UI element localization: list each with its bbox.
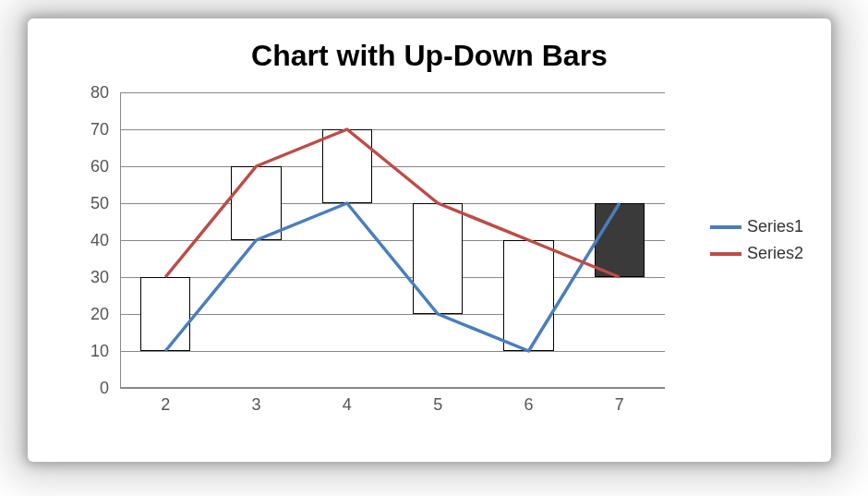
- y-tick-label: 70: [72, 120, 109, 139]
- y-tick-label: 60: [72, 157, 109, 176]
- line-layer: [120, 92, 665, 388]
- y-tick-label: 80: [72, 83, 109, 103]
- y-tick-label: 0: [72, 379, 109, 398]
- y-tick-label: 10: [72, 342, 109, 361]
- legend-item-series1: Series1: [710, 217, 803, 236]
- legend-label-series2: Series2: [747, 244, 803, 263]
- y-tick-label: 40: [72, 231, 109, 250]
- line-series-2: [165, 129, 620, 277]
- x-tick-label: 6: [501, 395, 557, 415]
- x-tick-label: 2: [138, 395, 193, 415]
- plot-area: 01020304050607080234567: [120, 92, 665, 388]
- chart-card: Chart with Up-Down Bars 0102030405060708…: [28, 18, 831, 462]
- x-tick-label: 7: [592, 395, 647, 415]
- y-tick-label: 20: [72, 305, 109, 324]
- legend-label-series1: Series1: [747, 217, 803, 236]
- legend-swatch-series2: [710, 252, 741, 256]
- legend: Series1 Series2: [710, 210, 803, 271]
- x-tick-label: 4: [319, 395, 375, 415]
- legend-item-series2: Series2: [710, 244, 803, 263]
- legend-swatch-series1: [710, 225, 741, 229]
- y-tick-label: 50: [72, 194, 109, 213]
- gridline: [120, 388, 665, 389]
- x-tick-label: 3: [229, 395, 284, 415]
- chart-title: Chart with Up-Down Bars: [28, 39, 831, 73]
- y-tick-label: 30: [72, 268, 109, 287]
- x-tick-label: 5: [410, 395, 465, 415]
- line-series-1: [165, 203, 620, 351]
